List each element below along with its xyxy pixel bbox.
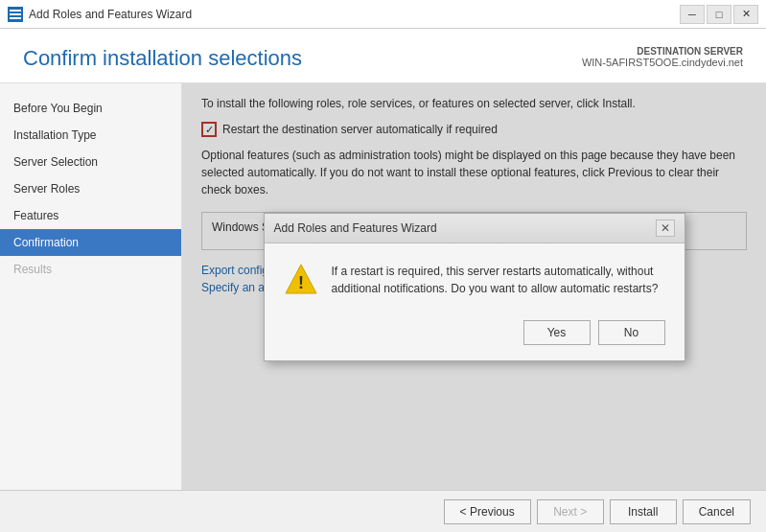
next-button[interactable]: Next >: [537, 499, 604, 524]
app-icon: [8, 7, 23, 22]
title-bar-left: Add Roles and Features Wizard: [8, 7, 192, 22]
modal-message: If a restart is required, this server re…: [332, 263, 665, 297]
title-bar: Add Roles and Features Wizard ─ □ ✕: [0, 0, 766, 29]
sidebar-item-server-selection[interactable]: Server Selection: [0, 149, 181, 175]
sidebar-item-features[interactable]: Features: [0, 202, 181, 229]
sidebar: Before You Begin Installation Type Serve…: [0, 83, 182, 490]
modal-titlebar: Add Roles and Features Wizard ✕: [265, 214, 685, 243]
sidebar-item-installation-type[interactable]: Installation Type: [0, 122, 181, 149]
minimize-button[interactable]: ─: [680, 5, 705, 24]
sidebar-item-before-you-begin[interactable]: Before You Begin: [0, 95, 181, 122]
content-area: To install the following roles, role ser…: [182, 83, 766, 490]
wizard-footer: < Previous Next > Install Cancel: [0, 490, 766, 532]
modal-close-button[interactable]: ✕: [656, 220, 675, 237]
previous-button[interactable]: < Previous: [444, 499, 531, 524]
modal-footer: Yes No: [265, 311, 685, 360]
destination-server-name: WIN-5AFIRST5OOE.cindydevi.net: [582, 57, 743, 68]
maximize-button[interactable]: □: [707, 5, 731, 24]
sidebar-item-server-roles[interactable]: Server Roles: [0, 175, 181, 202]
install-button[interactable]: Install: [610, 499, 677, 524]
cancel-button[interactable]: Cancel: [683, 499, 751, 524]
page-title: Confirm installation selections: [23, 46, 302, 71]
svg-rect-2: [10, 13, 21, 15]
window-controls: ─ □ ✕: [680, 5, 758, 24]
wizard-main: Before You Begin Installation Type Serve…: [0, 83, 766, 490]
svg-rect-3: [10, 17, 21, 19]
warning-icon: !: [284, 263, 318, 297]
wizard-header: Confirm installation selections DESTINAT…: [0, 29, 766, 83]
modal-dialog: Add Roles and Features Wizard ✕ ! If a r…: [264, 213, 685, 361]
no-button[interactable]: No: [598, 320, 665, 345]
modal-title: Add Roles and Features Wizard: [274, 221, 437, 235]
modal-body: ! If a restart is required, this server …: [265, 243, 685, 311]
window-title: Add Roles and Features Wizard: [29, 8, 192, 21]
svg-rect-1: [10, 10, 21, 12]
destination-server-label: DESTINATION SERVER: [582, 46, 743, 57]
sidebar-item-confirmation[interactable]: Confirmation: [0, 229, 181, 256]
wizard-body: Confirm installation selections DESTINAT…: [0, 29, 766, 532]
close-button[interactable]: ✕: [733, 5, 758, 24]
destination-server-info: DESTINATION SERVER WIN-5AFIRST5OOE.cindy…: [582, 46, 743, 68]
modal-overlay: Add Roles and Features Wizard ✕ ! If a r…: [182, 83, 766, 490]
yes-button[interactable]: Yes: [523, 320, 591, 345]
sidebar-item-results: Results: [0, 256, 181, 283]
svg-text:!: !: [298, 273, 304, 292]
